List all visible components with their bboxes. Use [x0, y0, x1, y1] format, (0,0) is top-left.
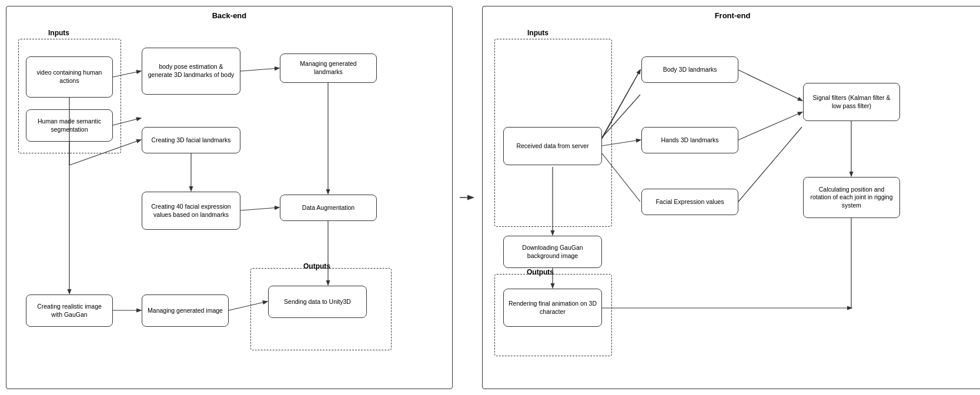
calc-position-box: Calculating position and rotation of eac…	[803, 177, 900, 218]
svg-line-17	[738, 70, 802, 101]
body-pose-box: body pose estimation & generate 3D landm…	[142, 48, 240, 95]
svg-line-6	[240, 207, 279, 210]
managing-landmarks-box: Managing generated landmarks	[280, 53, 377, 83]
section-connector	[459, 6, 476, 389]
inputs-label: Inputs	[48, 29, 69, 37]
backend-title: Back-end	[212, 11, 247, 20]
facial-expr-box: Facial Expression values	[641, 189, 738, 215]
signal-filters-box: Signal filters (Kalman filter & low pass…	[803, 83, 900, 121]
hands-3d-box: Hands 3D landmarks	[641, 127, 738, 153]
video-box: video containing human actions	[26, 56, 113, 98]
received-data-box: Received data from server	[503, 127, 602, 165]
svg-line-18	[738, 112, 802, 140]
outputs-label: Outputs	[303, 262, 330, 270]
fe-inputs-label: Inputs	[527, 29, 548, 37]
diagram-container: Back-end Inputs video containing human a…	[0, 0, 980, 395]
svg-line-19	[738, 127, 802, 202]
downloading-box: Downloading GauGan background image	[503, 236, 602, 268]
semantic-box: Human made semantic segmentation	[26, 109, 113, 142]
facial-expression-box: Creating 40 facial expression values bas…	[142, 192, 240, 230]
managing-image-box: Managing generated image	[142, 294, 229, 327]
frontend-title: Front-end	[715, 11, 751, 20]
sending-unity-box: Sending data to Unity3D	[268, 286, 367, 318]
frontend-flow: Inputs Received data from server Body 3D…	[491, 24, 974, 377]
backend-flow: Inputs video containing human actions Hu…	[15, 24, 444, 377]
section-arrow	[459, 192, 476, 203]
svg-line-4	[240, 68, 279, 71]
body-3d-box: Body 3D landmarks	[641, 56, 738, 83]
fe-outputs-label: Outputs	[527, 268, 554, 276]
backend-section: Back-end Inputs video containing human a…	[6, 6, 453, 389]
rendering-box: Rendering final animation on 3D characte…	[503, 289, 602, 327]
frontend-section: Front-end Inputs Received data from serv…	[482, 6, 980, 389]
facial-landmarks-box: Creating 3D facial landmarks	[142, 127, 240, 153]
gaugan-box: Creating realistic image with GauGan	[26, 294, 113, 327]
data-augmentation-box: Data Augmentation	[280, 195, 377, 221]
